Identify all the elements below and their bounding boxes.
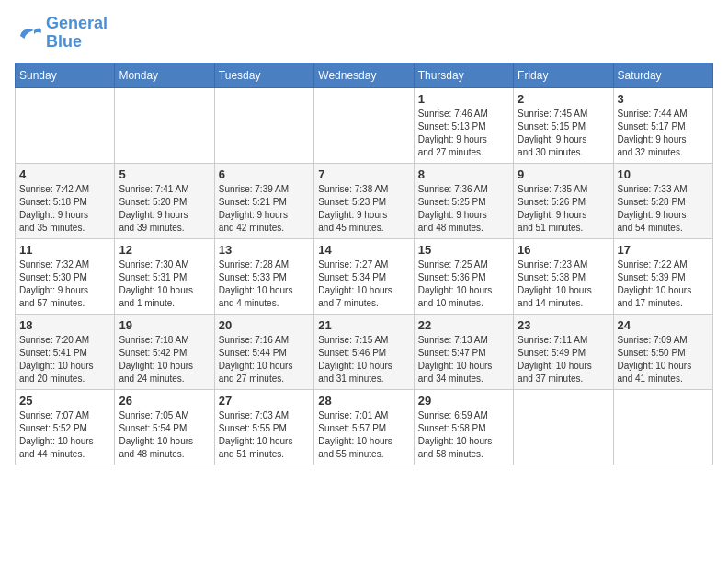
- calendar-cell: 16Sunrise: 7:23 AM Sunset: 5:38 PM Dayli…: [514, 238, 613, 314]
- day-number: 23: [518, 318, 609, 332]
- weekday-header: Wednesday: [314, 63, 414, 87]
- calendar-cell: 20Sunrise: 7:16 AM Sunset: 5:44 PM Dayli…: [214, 314, 313, 389]
- calendar-cell: 28Sunrise: 7:01 AM Sunset: 5:57 PM Dayli…: [314, 389, 414, 465]
- day-number: 24: [618, 318, 709, 332]
- logo-text: General Blue: [46, 15, 108, 52]
- day-info: Sunrise: 7:03 AM Sunset: 5:55 PM Dayligh…: [219, 409, 310, 461]
- day-number: 18: [19, 318, 110, 332]
- day-number: 4: [19, 167, 110, 181]
- calendar-week-row: 11Sunrise: 7:32 AM Sunset: 5:30 PM Dayli…: [16, 238, 713, 314]
- day-info: Sunrise: 7:30 AM Sunset: 5:31 PM Dayligh…: [119, 259, 210, 310]
- day-number: 15: [418, 243, 509, 257]
- weekday-header: Sunday: [16, 63, 115, 87]
- day-info: Sunrise: 7:33 AM Sunset: 5:28 PM Dayligh…: [618, 183, 709, 235]
- calendar-week-row: 25Sunrise: 7:07 AM Sunset: 5:52 PM Dayli…: [16, 389, 713, 465]
- calendar-week-row: 18Sunrise: 7:20 AM Sunset: 5:41 PM Dayli…: [16, 314, 713, 389]
- calendar-cell: 17Sunrise: 7:22 AM Sunset: 5:39 PM Dayli…: [613, 238, 712, 314]
- day-number: 10: [618, 167, 709, 181]
- day-info: Sunrise: 7:32 AM Sunset: 5:30 PM Dayligh…: [19, 259, 110, 310]
- day-number: 14: [318, 243, 409, 257]
- calendar-cell: 29Sunrise: 6:59 AM Sunset: 5:58 PM Dayli…: [414, 389, 513, 465]
- calendar-cell: [613, 389, 712, 465]
- day-number: 26: [119, 394, 210, 408]
- day-number: 6: [219, 167, 310, 181]
- weekday-header: Saturday: [613, 63, 712, 87]
- calendar-cell: 10Sunrise: 7:33 AM Sunset: 5:28 PM Dayli…: [613, 163, 712, 238]
- calendar-cell: [115, 87, 214, 163]
- calendar-cell: 27Sunrise: 7:03 AM Sunset: 5:55 PM Dayli…: [214, 389, 313, 465]
- day-number: 16: [518, 243, 609, 257]
- day-info: Sunrise: 7:22 AM Sunset: 5:39 PM Dayligh…: [618, 259, 709, 310]
- day-number: 5: [119, 167, 210, 181]
- day-number: 13: [219, 243, 310, 257]
- calendar-cell: 19Sunrise: 7:18 AM Sunset: 5:42 PM Dayli…: [115, 314, 214, 389]
- day-number: 1: [418, 92, 509, 106]
- calendar-cell: [314, 87, 414, 163]
- calendar-cell: 18Sunrise: 7:20 AM Sunset: 5:41 PM Dayli…: [16, 314, 115, 389]
- day-number: 22: [418, 318, 509, 332]
- day-number: 29: [418, 394, 509, 408]
- calendar-cell: 12Sunrise: 7:30 AM Sunset: 5:31 PM Dayli…: [115, 238, 214, 314]
- day-info: Sunrise: 6:59 AM Sunset: 5:58 PM Dayligh…: [418, 409, 509, 461]
- calendar-cell: 24Sunrise: 7:09 AM Sunset: 5:50 PM Dayli…: [613, 314, 712, 389]
- day-number: 8: [418, 167, 509, 181]
- calendar-cell: 23Sunrise: 7:11 AM Sunset: 5:49 PM Dayli…: [514, 314, 613, 389]
- calendar-cell: [214, 87, 313, 163]
- day-info: Sunrise: 7:42 AM Sunset: 5:18 PM Dayligh…: [19, 183, 110, 235]
- day-info: Sunrise: 7:18 AM Sunset: 5:42 PM Dayligh…: [119, 334, 210, 385]
- day-number: 20: [219, 318, 310, 332]
- day-info: Sunrise: 7:20 AM Sunset: 5:41 PM Dayligh…: [19, 334, 110, 385]
- day-info: Sunrise: 7:39 AM Sunset: 5:21 PM Dayligh…: [219, 183, 310, 235]
- calendar-cell: 6Sunrise: 7:39 AM Sunset: 5:21 PM Daylig…: [214, 163, 313, 238]
- day-info: Sunrise: 7:27 AM Sunset: 5:34 PM Dayligh…: [318, 259, 409, 310]
- calendar-cell: 2Sunrise: 7:45 AM Sunset: 5:15 PM Daylig…: [514, 87, 613, 163]
- day-info: Sunrise: 7:01 AM Sunset: 5:57 PM Dayligh…: [318, 409, 409, 461]
- calendar-cell: 8Sunrise: 7:36 AM Sunset: 5:25 PM Daylig…: [414, 163, 513, 238]
- calendar-cell: [514, 389, 613, 465]
- day-info: Sunrise: 7:41 AM Sunset: 5:20 PM Dayligh…: [119, 183, 210, 235]
- day-info: Sunrise: 7:05 AM Sunset: 5:54 PM Dayligh…: [119, 409, 210, 461]
- day-number: 27: [219, 394, 310, 408]
- calendar-cell: 3Sunrise: 7:44 AM Sunset: 5:17 PM Daylig…: [613, 87, 712, 163]
- day-info: Sunrise: 7:23 AM Sunset: 5:38 PM Dayligh…: [518, 259, 609, 310]
- calendar-cell: 9Sunrise: 7:35 AM Sunset: 5:26 PM Daylig…: [514, 163, 613, 238]
- day-info: Sunrise: 7:35 AM Sunset: 5:26 PM Dayligh…: [518, 183, 609, 235]
- day-info: Sunrise: 7:38 AM Sunset: 5:23 PM Dayligh…: [318, 183, 409, 235]
- calendar-cell: 22Sunrise: 7:13 AM Sunset: 5:47 PM Dayli…: [414, 314, 513, 389]
- day-number: 3: [618, 92, 709, 106]
- calendar-cell: 7Sunrise: 7:38 AM Sunset: 5:23 PM Daylig…: [314, 163, 414, 238]
- day-number: 25: [19, 394, 110, 408]
- day-info: Sunrise: 7:07 AM Sunset: 5:52 PM Dayligh…: [19, 409, 110, 461]
- calendar-cell: 26Sunrise: 7:05 AM Sunset: 5:54 PM Dayli…: [115, 389, 214, 465]
- day-number: 28: [318, 394, 409, 408]
- day-info: Sunrise: 7:09 AM Sunset: 5:50 PM Dayligh…: [618, 334, 709, 385]
- calendar-cell: 11Sunrise: 7:32 AM Sunset: 5:30 PM Dayli…: [16, 238, 115, 314]
- weekday-header: Friday: [514, 63, 613, 87]
- calendar-cell: 4Sunrise: 7:42 AM Sunset: 5:18 PM Daylig…: [16, 163, 115, 238]
- day-info: Sunrise: 7:46 AM Sunset: 5:13 PM Dayligh…: [418, 108, 509, 159]
- calendar-cell: 15Sunrise: 7:25 AM Sunset: 5:36 PM Dayli…: [414, 238, 513, 314]
- calendar-cell: 5Sunrise: 7:41 AM Sunset: 5:20 PM Daylig…: [115, 163, 214, 238]
- calendar-cell: 14Sunrise: 7:27 AM Sunset: 5:34 PM Dayli…: [314, 238, 414, 314]
- weekday-header: Monday: [115, 63, 214, 87]
- calendar-week-row: 4Sunrise: 7:42 AM Sunset: 5:18 PM Daylig…: [16, 163, 713, 238]
- day-info: Sunrise: 7:44 AM Sunset: 5:17 PM Dayligh…: [618, 108, 709, 159]
- calendar-cell: 25Sunrise: 7:07 AM Sunset: 5:52 PM Dayli…: [16, 389, 115, 465]
- calendar-table: SundayMondayTuesdayWednesdayThursdayFrid…: [15, 63, 713, 465]
- calendar-cell: 1Sunrise: 7:46 AM Sunset: 5:13 PM Daylig…: [414, 87, 513, 163]
- day-number: 11: [19, 243, 110, 257]
- day-number: 9: [518, 167, 609, 181]
- calendar-cell: 21Sunrise: 7:15 AM Sunset: 5:46 PM Dayli…: [314, 314, 414, 389]
- day-info: Sunrise: 7:11 AM Sunset: 5:49 PM Dayligh…: [518, 334, 609, 385]
- logo: General Blue: [15, 15, 108, 52]
- weekday-header: Tuesday: [214, 63, 313, 87]
- day-number: 7: [318, 167, 409, 181]
- day-info: Sunrise: 7:13 AM Sunset: 5:47 PM Dayligh…: [418, 334, 509, 385]
- day-number: 21: [318, 318, 409, 332]
- day-info: Sunrise: 7:28 AM Sunset: 5:33 PM Dayligh…: [219, 259, 310, 310]
- day-info: Sunrise: 7:25 AM Sunset: 5:36 PM Dayligh…: [418, 259, 509, 310]
- page-header: General Blue: [15, 15, 713, 52]
- day-info: Sunrise: 7:15 AM Sunset: 5:46 PM Dayligh…: [318, 334, 409, 385]
- calendar-cell: 13Sunrise: 7:28 AM Sunset: 5:33 PM Dayli…: [214, 238, 313, 314]
- day-number: 17: [618, 243, 709, 257]
